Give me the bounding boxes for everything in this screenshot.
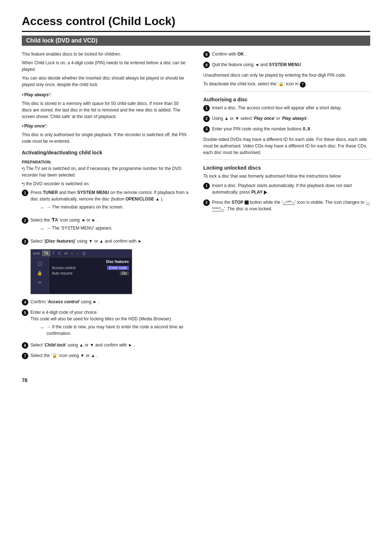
preparation-bullets: •) The TV set is switched on, and if nec… — [22, 165, 189, 187]
prep-bullet-1: •) The TV set is switched on, and if nec… — [22, 165, 189, 178]
stop-icon — [245, 200, 249, 204]
step-3-content: Select '(Disc features)' using ▼ or ▲ an… — [30, 238, 189, 244]
step-2-num: 2 — [22, 217, 28, 224]
step-8: 8 Confirm with OK . — [203, 51, 370, 58]
play-always-text: This disc is stored in a memory with spa… — [22, 100, 189, 120]
play-once-title: •'Play once': — [22, 123, 189, 129]
arrow-icon-5: → — [39, 324, 44, 332]
auth-step-3-num: 3 — [203, 126, 210, 133]
left-column: This feature enables discs to be locked … — [22, 51, 189, 363]
step-1-content: Press TUNER and then SYSTEM MENU on the … — [30, 189, 189, 213]
locking-intro: To lock a disc that was formerly authori… — [203, 173, 370, 179]
auth-step-1-content: Insert a disc. The access control box wi… — [212, 105, 370, 111]
intro-p2: When Child Lock is on, a 4-digit code (P… — [22, 60, 189, 73]
arrow-icon-1: → — [39, 204, 44, 212]
step-5-sub: This code will also be used for locking … — [30, 316, 172, 321]
lock-step-2-num: 2 — [203, 199, 210, 206]
menu-row-label-2: Auto resume — [52, 271, 73, 275]
play-icon — [264, 190, 267, 195]
play-always-title: •'Play always': — [22, 92, 189, 98]
step-6: 6 Select 'Child lock' using ▲ or ▼ and c… — [22, 342, 189, 349]
arrow-icon-2: → — [39, 225, 44, 233]
step-1-arrow-text: → The menubar appears on the screen. — [46, 204, 124, 210]
page-number: 78 — [22, 377, 370, 383]
step-9-content: Quit the feature using ◄ and SYSTEM MENU… — [212, 61, 370, 68]
auth-step-2: 2 Using ▲ or ▼ select 'Play once' or 'Pl… — [203, 115, 370, 122]
step-2-arrow-text: → The 'SYSTEM MENU' appears. — [46, 225, 113, 231]
play-once-text: This disc is only authorised for single … — [22, 131, 189, 145]
page-title: Access control (Child Lock) — [22, 15, 370, 32]
step-9: 9 Quit the feature using ◄ and SYSTEM ME… — [203, 61, 370, 68]
step-4-content: Confirm 'Access control' using ► . — [30, 299, 189, 305]
step-7-num: 7 — [22, 353, 28, 359]
menu-icon-edit: ✏ — [38, 280, 42, 285]
step-3: 3 Select '(Disc features)' using ▼ or ▲ … — [22, 238, 189, 245]
auth-step-3: 3 Enter your PIN code using the number b… — [203, 126, 370, 133]
menu-panel-title: Disc features — [52, 260, 129, 264]
step-5: 5 Enter a 4-digit code of your choice. T… — [22, 309, 189, 338]
auth-step-3-content: Enter your PIN code using the number but… — [212, 126, 370, 132]
lock-step-1: 1 Insert a disc. Playback starts automat… — [203, 182, 370, 195]
step-2: 2 Select the 'T̈A' icon using ◄ or ► . →… — [22, 217, 189, 234]
locking-title: Locking unlocked discs — [203, 165, 370, 171]
preparation-label: Preparation: — [22, 160, 189, 164]
step-1-num: 1 — [22, 190, 28, 196]
step-5-content: Enter a 4-digit code of your choice. Thi… — [30, 309, 189, 338]
auth-note: Double-sided DVDs may have a different I… — [203, 136, 370, 156]
note-2: To deactivate the child lock, select the… — [203, 81, 370, 88]
lock-step-1-num: 1 — [203, 183, 210, 189]
step-3-num: 3 — [22, 238, 28, 245]
step-2-content: Select the 'T̈A' icon using ◄ or ► . → →… — [30, 217, 189, 234]
step-5-num: 5 — [22, 309, 28, 316]
step-9-num: 9 — [203, 62, 210, 68]
auth-step-1: 1 Insert a disc. The access control box … — [203, 105, 370, 112]
menu-screenshot: DVD TA T C nt □ ⌂ Q ◻ 🔒 ✏ — [30, 249, 189, 294]
menu-icon-lock: 🔒 — [37, 271, 42, 276]
menu-row-value-1: Enter code — [107, 266, 129, 270]
auth-step-2-content: Using ▲ or ▼ select 'Play once' or 'Play… — [212, 115, 370, 122]
step-6-content: Select 'Child lock' using ▲ or ▼ and con… — [30, 342, 189, 348]
auth-step-1-num: 1 — [203, 105, 210, 112]
divider-2 — [203, 159, 370, 160]
step-8-num: 8 — [203, 51, 210, 58]
lock-step-2: 2 Press the STOP button while the '—safe… — [203, 199, 370, 212]
menu-row-value-2: On — [120, 271, 129, 275]
lock-step-2-content: Press the STOP button while the '—safe—'… — [212, 199, 370, 212]
note-1: Unauthorised discs can only be played by… — [203, 72, 370, 78]
step-4-num: 4 — [22, 299, 28, 305]
step-1: 1 Press TUNER and then SYSTEM MENU on th… — [22, 189, 189, 213]
menu-row-access-control: Access control Enter code — [52, 266, 129, 270]
menu-icon-disc: ◻ — [38, 260, 42, 266]
step-7-content: Select the '🔒' icon using ▼ or ▲ . — [30, 352, 189, 359]
step-4: 4 Confirm 'Access control' using ► . — [22, 299, 189, 305]
divider-1 — [203, 91, 370, 92]
prep-bullet-2: •) the DVD recorder is switched on. — [22, 181, 189, 187]
intro-p3: You can also decide whether the inserted… — [22, 75, 189, 88]
section-header-child-lock: Child lock (DVD and VCD) — [22, 36, 370, 46]
step-8-content: Confirm with OK . — [212, 51, 370, 57]
lock-step-1-content: Insert a disc. Playback starts automatic… — [212, 182, 370, 195]
intro-p1: This feature enables discs to be locked … — [22, 51, 189, 57]
step-7: 7 Select the '🔒' icon using ▼ or ▲ . — [22, 352, 189, 359]
step-6-num: 6 — [22, 342, 28, 349]
authorising-title: Authorising a disc — [203, 97, 370, 102]
step-5-arrow: → If the code is new, you may have to en… — [46, 324, 189, 337]
menu-row-label-1: Access control — [52, 266, 75, 270]
right-column: 8 Confirm with OK . 9 Quit the feature u… — [203, 51, 370, 363]
menu-row-auto-resume: Auto resume On — [52, 271, 129, 275]
auth-step-2-num: 2 — [203, 115, 210, 122]
activating-title: Activating/deactivating child lock — [22, 150, 189, 155]
